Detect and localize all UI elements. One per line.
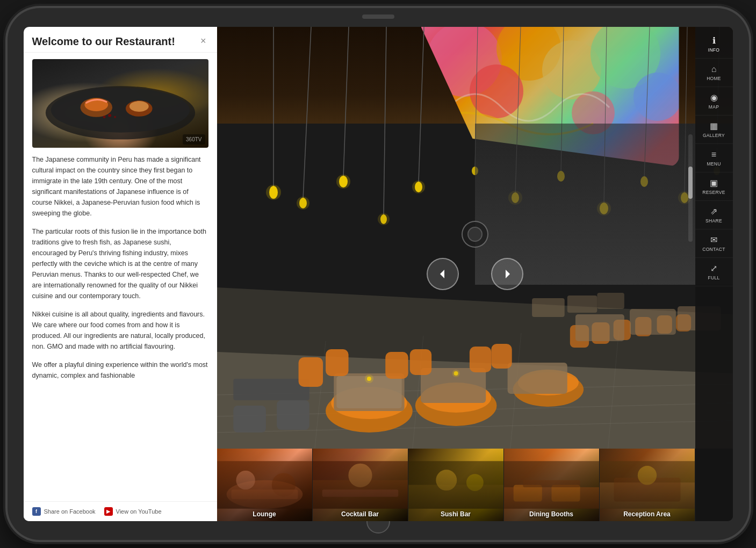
- restaurant-image: 360TV: [32, 59, 208, 148]
- svg-rect-81: [575, 314, 624, 341]
- sidebar-share-label: Share: [705, 218, 722, 223]
- furniture-layer: [217, 180, 733, 449]
- sidebar-menu-label: Menu: [707, 161, 721, 167]
- sidebar-item-full[interactable]: ⤢ Full: [695, 259, 733, 286]
- paragraph-4: We offer a playful dining experience wit…: [32, 359, 208, 381]
- svg-rect-86: [597, 293, 624, 309]
- gallery-item-lounge[interactable]: Lounge: [217, 449, 313, 521]
- nav-left-button[interactable]: [427, 258, 459, 290]
- food-photo: 360TV: [32, 59, 208, 148]
- sidebar-full-label: Full: [708, 275, 720, 280]
- progress-bar[interactable]: [688, 134, 693, 242]
- share-icon: ⇗: [710, 207, 717, 216]
- youtube-icon: ▶: [104, 507, 113, 516]
- sidebar-gallery-label: Gallery: [703, 133, 725, 138]
- sidebar-home-label: Home: [707, 76, 721, 81]
- svg-rect-58: [233, 379, 309, 400]
- svg-point-6: [108, 114, 111, 117]
- panorama-area[interactable]: Lounge Cocktail Bar: [217, 27, 733, 521]
- gallery-lounge-label: Lounge: [253, 510, 276, 518]
- svg-rect-85: [567, 295, 597, 313]
- gallery-item-dining-booths[interactable]: Dining Booths: [504, 449, 600, 521]
- svg-point-8: [103, 116, 105, 118]
- home-icon: ⌂: [711, 65, 717, 74]
- info-panel-header: Welcome to our Restaurant! ×: [24, 27, 217, 53]
- paragraph-3: Nikkei cuisine is all about quality, ing…: [32, 309, 208, 352]
- sidebar-reserve-label: Reserve: [702, 190, 725, 195]
- full-icon: ⤢: [710, 264, 717, 273]
- svg-rect-74: [491, 344, 512, 369]
- gallery-cocktail-label: Cocktail Bar: [341, 510, 379, 518]
- svg-marker-92: [506, 270, 510, 278]
- facebook-icon: f: [32, 507, 41, 516]
- svg-marker-91: [440, 270, 444, 278]
- sidebar-item-gallery[interactable]: ▦ Gallery: [695, 117, 733, 144]
- youtube-view-button[interactable]: ▶ View on YouTube: [104, 507, 162, 516]
- gallery-item-cocktail-bar[interactable]: Cocktail Bar: [313, 449, 408, 521]
- svg-rect-70: [326, 349, 348, 376]
- paragraph-2: The particular roots of this fusion lie …: [32, 226, 208, 301]
- facebook-share-button[interactable]: f Share on Facebook: [32, 507, 96, 516]
- gallery-reception-overlay: Reception Area: [600, 449, 695, 521]
- info-panel: Welcome to our Restaurant! ×: [24, 27, 217, 521]
- svg-rect-82: [630, 309, 676, 335]
- svg-point-88: [364, 374, 373, 383]
- svg-rect-57: [277, 400, 309, 430]
- vr-camera: [462, 221, 488, 248]
- close-button[interactable]: ×: [198, 35, 208, 47]
- youtube-label: View on YouTube: [116, 508, 162, 515]
- gallery-item-sushi-bar[interactable]: Sushi Bar: [408, 449, 504, 521]
- svg-rect-68: [507, 363, 567, 394]
- panel-title: Welcome to our Restaurant!: [32, 35, 198, 48]
- right-sidebar: ℹ Info ⌂ Home ◉ Map ▦ Gallery ≡ Menu: [695, 27, 733, 521]
- gallery-reception-label: Reception Area: [623, 510, 671, 518]
- paragraph-1: The Japanese community in Peru has made …: [32, 154, 208, 219]
- sidebar-item-map[interactable]: ◉ Map: [695, 88, 733, 116]
- tablet-frame: Welcome to our Restaurant! ×: [8, 8, 749, 540]
- svg-point-90: [452, 370, 459, 377]
- gallery-lounge-overlay: Lounge: [217, 449, 312, 521]
- gallery-booths-label: Dining Booths: [529, 510, 573, 518]
- gallery-sushi-label: Sushi Bar: [441, 510, 471, 518]
- navigation-arrows: [427, 258, 523, 290]
- menu-icon: ≡: [711, 150, 716, 159]
- contact-icon: ✉: [710, 236, 717, 244]
- panel-content[interactable]: The Japanese community in Peru has made …: [24, 154, 217, 501]
- svg-rect-72: [409, 349, 431, 375]
- sidebar-item-contact[interactable]: ✉ Contact: [695, 230, 733, 258]
- gallery-sushi-overlay: Sushi Bar: [408, 449, 503, 521]
- screen: Welcome to our Restaurant! ×: [24, 27, 733, 521]
- panel-footer: f Share on Facebook ▶ View on YouTube: [24, 501, 217, 521]
- info-icon: ℹ: [712, 37, 716, 45]
- svg-rect-71: [385, 352, 408, 379]
- svg-point-7: [114, 116, 116, 118]
- sidebar-item-reserve[interactable]: ▣ Reserve: [695, 174, 733, 201]
- svg-rect-56: [233, 406, 266, 432]
- reserve-icon: ▣: [710, 179, 718, 188]
- map-icon: ◉: [710, 93, 718, 102]
- gallery-icon: ▦: [710, 122, 718, 131]
- gallery-booths-overlay: Dining Booths: [504, 449, 599, 521]
- svg-point-12: [470, 64, 523, 118]
- sidebar-contact-label: Contact: [702, 247, 725, 252]
- sidebar-item-menu[interactable]: ≡ Menu: [695, 145, 733, 172]
- svg-rect-73: [469, 347, 491, 372]
- sidebar-map-label: Map: [709, 104, 719, 110]
- sidebar-item-share[interactable]: ⇗ Share: [695, 202, 733, 229]
- sidebar-item-info[interactable]: ℹ Info: [695, 31, 733, 59]
- gallery-strip: Lounge Cocktail Bar: [217, 449, 695, 521]
- svg-point-1: [51, 88, 189, 132]
- sidebar-item-home[interactable]: ⌂ Home: [695, 60, 733, 87]
- nav-right-button[interactable]: [491, 258, 523, 290]
- gallery-item-reception-area[interactable]: Reception Area: [600, 449, 695, 521]
- progress-indicator: [688, 167, 693, 199]
- facebook-label: Share on Facebook: [44, 508, 96, 515]
- gallery-cocktail-overlay: Cocktail Bar: [313, 449, 408, 521]
- svg-rect-84: [532, 298, 565, 317]
- svg-point-5: [129, 101, 148, 112]
- svg-rect-69: [298, 357, 322, 387]
- sidebar-info-label: Info: [708, 47, 720, 53]
